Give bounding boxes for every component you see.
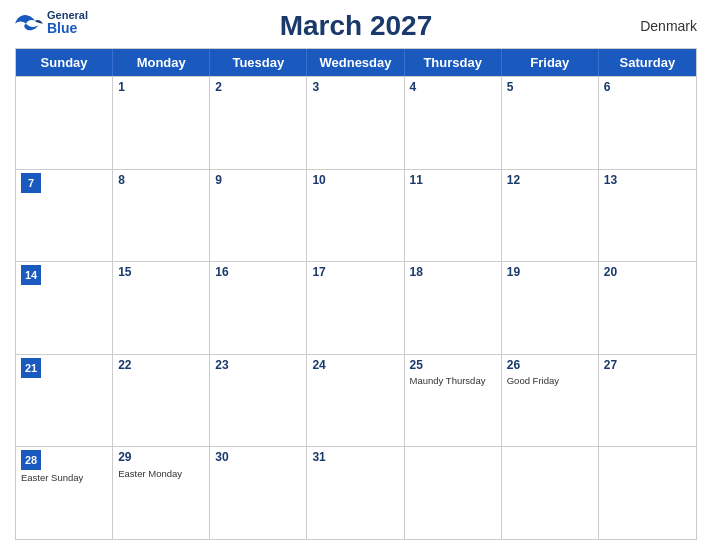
day-number: 30 xyxy=(215,450,301,466)
day-number: 25 xyxy=(410,358,496,374)
page-title: March 2027 xyxy=(280,10,433,42)
event-label: Maundy Thursday xyxy=(410,375,496,386)
day-number: 7 xyxy=(21,173,41,193)
day-number: 29 xyxy=(118,450,204,466)
event-label: Easter Monday xyxy=(118,468,204,479)
day-number: 15 xyxy=(118,265,204,281)
day-cell: 24 xyxy=(307,355,404,447)
day-cell: 2 xyxy=(210,77,307,169)
week-row-2: 78910111213 xyxy=(16,169,696,262)
day-number: 28 xyxy=(21,450,41,470)
day-number: 27 xyxy=(604,358,691,374)
day-number: 26 xyxy=(507,358,593,374)
calendar-grid: SundayMondayTuesdayWednesdayThursdayFrid… xyxy=(15,48,697,540)
day-number: 9 xyxy=(215,173,301,189)
week-row-5: 28Easter Sunday29Easter Monday3031 xyxy=(16,446,696,539)
logo-blue-text: Blue xyxy=(47,21,88,35)
calendar-wrapper: General Blue March 2027 Denmark SundayMo… xyxy=(0,0,712,550)
day-cell: 18 xyxy=(405,262,502,354)
day-cell: 16 xyxy=(210,262,307,354)
day-header-sunday: Sunday xyxy=(16,49,113,76)
day-number: 3 xyxy=(312,80,398,96)
country-label: Denmark xyxy=(640,18,697,34)
day-cell xyxy=(502,447,599,539)
day-cell: 12 xyxy=(502,170,599,262)
day-cell xyxy=(16,77,113,169)
day-cell: 27 xyxy=(599,355,696,447)
day-header-wednesday: Wednesday xyxy=(307,49,404,76)
day-number: 22 xyxy=(118,358,204,374)
day-cell: 26Good Friday xyxy=(502,355,599,447)
day-cell: 10 xyxy=(307,170,404,262)
day-number: 6 xyxy=(604,80,691,96)
day-cell: 13 xyxy=(599,170,696,262)
day-cell: 22 xyxy=(113,355,210,447)
day-number: 8 xyxy=(118,173,204,189)
day-cell: 31 xyxy=(307,447,404,539)
day-headers-row: SundayMondayTuesdayWednesdayThursdayFrid… xyxy=(16,49,696,76)
week-row-3: 14151617181920 xyxy=(16,261,696,354)
day-number: 14 xyxy=(21,265,41,285)
day-cell: 4 xyxy=(405,77,502,169)
day-number: 4 xyxy=(410,80,496,96)
week-row-4: 2122232425Maundy Thursday26Good Friday27 xyxy=(16,354,696,447)
day-number: 19 xyxy=(507,265,593,281)
day-cell: 25Maundy Thursday xyxy=(405,355,502,447)
event-label: Good Friday xyxy=(507,375,593,386)
day-cell: 8 xyxy=(113,170,210,262)
day-number: 1 xyxy=(118,80,204,96)
day-cell: 5 xyxy=(502,77,599,169)
day-cell xyxy=(599,447,696,539)
weeks-container: 1234567891011121314151617181920212223242… xyxy=(16,76,696,539)
day-header-monday: Monday xyxy=(113,49,210,76)
day-number: 23 xyxy=(215,358,301,374)
day-cell: 1 xyxy=(113,77,210,169)
day-cell: 11 xyxy=(405,170,502,262)
logo-bird-icon xyxy=(15,13,43,33)
day-cell: 9 xyxy=(210,170,307,262)
day-cell: 19 xyxy=(502,262,599,354)
day-cell: 30 xyxy=(210,447,307,539)
day-number: 12 xyxy=(507,173,593,189)
day-number: 13 xyxy=(604,173,691,189)
day-cell: 28Easter Sunday xyxy=(16,447,113,539)
day-cell: 17 xyxy=(307,262,404,354)
day-number: 18 xyxy=(410,265,496,281)
day-number: 16 xyxy=(215,265,301,281)
day-number: 11 xyxy=(410,173,496,189)
day-header-saturday: Saturday xyxy=(599,49,696,76)
day-cell xyxy=(405,447,502,539)
day-number: 20 xyxy=(604,265,691,281)
day-number: 17 xyxy=(312,265,398,281)
day-cell: 23 xyxy=(210,355,307,447)
day-number: 2 xyxy=(215,80,301,96)
day-cell: 29Easter Monday xyxy=(113,447,210,539)
day-cell: 7 xyxy=(16,170,113,262)
day-header-friday: Friday xyxy=(502,49,599,76)
day-cell: 14 xyxy=(16,262,113,354)
event-label: Easter Sunday xyxy=(21,472,107,483)
day-number: 31 xyxy=(312,450,398,466)
logo: General Blue xyxy=(15,10,88,35)
day-header-thursday: Thursday xyxy=(405,49,502,76)
day-cell: 3 xyxy=(307,77,404,169)
day-number: 5 xyxy=(507,80,593,96)
day-cell: 6 xyxy=(599,77,696,169)
day-number: 10 xyxy=(312,173,398,189)
day-number: 24 xyxy=(312,358,398,374)
day-header-tuesday: Tuesday xyxy=(210,49,307,76)
day-cell: 20 xyxy=(599,262,696,354)
day-cell: 15 xyxy=(113,262,210,354)
day-cell: 21 xyxy=(16,355,113,447)
calendar-header: General Blue March 2027 Denmark xyxy=(15,10,697,42)
day-number: 21 xyxy=(21,358,41,378)
week-row-1: 123456 xyxy=(16,76,696,169)
